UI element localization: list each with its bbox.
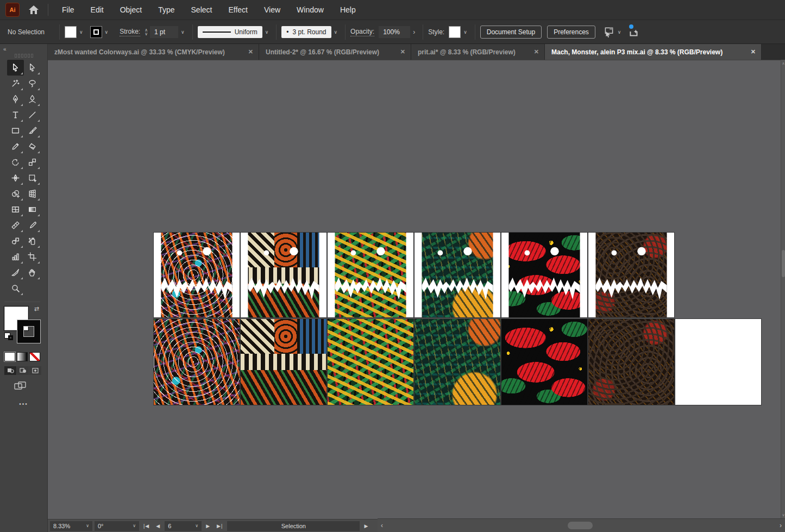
preferences-button[interactable]: Preferences [547, 26, 595, 39]
direct-selection-tool[interactable] [24, 60, 41, 76]
collapse-panel-icon[interactable]: « [3, 46, 7, 52]
brush-select[interactable]: •3 pt. Round [281, 26, 331, 38]
fill-color-swatch[interactable] [65, 26, 77, 38]
color-button[interactable] [4, 352, 15, 361]
document-tab-2[interactable]: Untitled-2* @ 16.67 % (RGB/Preview)✕ [259, 44, 411, 60]
perspective-grid-tool[interactable] [24, 186, 41, 202]
stroke-chevron-down-icon[interactable]: ∨ [102, 26, 111, 38]
shape-builder-tool[interactable] [7, 186, 24, 202]
scroll-right-icon[interactable]: › [780, 519, 782, 532]
artboard-r1-4[interactable] [415, 233, 500, 317]
tab-close-icon[interactable]: ✕ [534, 48, 539, 55]
last-artboard-button[interactable]: ▶| [215, 523, 225, 529]
home-icon[interactable] [28, 5, 39, 15]
artboard-r2-7[interactable] [675, 319, 761, 405]
zoom-tool[interactable] [7, 280, 24, 296]
stroke-weight-chevron-icon[interactable]: ∨ [178, 26, 187, 38]
opacity-field[interactable]: 100% [379, 26, 410, 38]
lasso-tool[interactable] [24, 76, 41, 91]
scroll-left-icon[interactable]: ‹ [381, 519, 383, 532]
menu-effect[interactable]: Effect [220, 0, 256, 20]
measure-tool[interactable] [7, 217, 24, 233]
hand-tool[interactable] [24, 265, 41, 280]
width-profile-select[interactable]: Uniform [198, 26, 262, 38]
menu-file[interactable]: File [54, 0, 83, 20]
column-graph-tool[interactable] [7, 249, 24, 265]
artboard-r1-2[interactable] [241, 233, 326, 317]
edit-toolbar-ellipsis[interactable]: ••• [0, 401, 47, 407]
type-tool[interactable] [7, 107, 24, 123]
gradient-tool[interactable] [24, 202, 41, 217]
menu-object[interactable]: Object [112, 0, 150, 20]
artboard-r2-1[interactable] [154, 319, 240, 405]
artboard-r2-6[interactable] [588, 319, 674, 405]
next-artboard-button[interactable]: ▶ [204, 523, 212, 529]
horizontal-scroll-thumb[interactable] [568, 522, 593, 529]
artboard-r2-5[interactable] [501, 319, 587, 405]
arrange-documents-icon[interactable] [603, 27, 615, 37]
tab-close-icon[interactable]: ✕ [248, 48, 253, 55]
first-artboard-button[interactable]: |◀ [141, 523, 152, 529]
scroll-down-icon[interactable]: ∨ [781, 512, 785, 518]
app-logo-icon[interactable]: Ai [5, 3, 20, 17]
swap-fill-stroke-icon[interactable]: ⇄ [34, 305, 39, 312]
horizontal-scrollbar[interactable]: ‹ › [378, 518, 785, 532]
artboard-r1-5[interactable] [501, 233, 587, 317]
status-display[interactable]: Selection [227, 521, 360, 531]
menu-select[interactable]: Select [183, 0, 221, 20]
line-segment-tool[interactable] [24, 107, 41, 123]
artboard-r2-4[interactable] [415, 319, 500, 405]
style-chevron-icon[interactable]: ∨ [461, 26, 470, 38]
draw-behind-button[interactable] [17, 366, 29, 375]
tab-close-icon[interactable]: ✕ [400, 48, 405, 55]
style-swatch[interactable] [449, 26, 461, 38]
brush-chevron-icon[interactable]: ∨ [331, 26, 341, 38]
document-setup-button[interactable]: Document Setup [480, 26, 542, 39]
vertical-scrollbar[interactable]: ∧ ∨ [781, 60, 785, 519]
canvas-pasteboard[interactable] [48, 60, 781, 519]
none-button[interactable] [29, 352, 40, 361]
menu-help[interactable]: Help [332, 0, 364, 20]
selection-tool[interactable] [7, 60, 24, 76]
vertical-scroll-thumb[interactable] [782, 250, 785, 277]
menu-edit[interactable]: Edit [83, 0, 112, 20]
share-document-icon[interactable] [628, 27, 640, 37]
stroke-weight-stepper[interactable]: ∧∨ [145, 28, 148, 36]
opacity-label[interactable]: Opacity: [350, 28, 374, 36]
eyedropper-tool[interactable] [24, 217, 41, 233]
rotation-select[interactable]: 0°∨ [95, 521, 139, 531]
eraser-tool[interactable] [24, 139, 41, 154]
scroll-up-icon[interactable]: ∧ [781, 61, 785, 66]
fill-chevron-down-icon[interactable]: ∨ [77, 26, 86, 38]
screen-mode-button[interactable] [14, 381, 47, 392]
document-tab-3[interactable]: prit.ai* @ 8.33 % (RGB/Preview)✕ [411, 44, 545, 60]
opacity-chevron-right-icon[interactable]: › [410, 26, 418, 38]
paintbrush-tool[interactable] [24, 123, 41, 139]
artboard-r1-6[interactable] [588, 233, 674, 317]
draw-inside-button[interactable] [29, 366, 41, 375]
mesh-tool[interactable] [7, 202, 24, 217]
stroke-color-indicator[interactable] [17, 320, 40, 343]
pencil-tool[interactable] [7, 139, 24, 154]
artboard-number-select[interactable]: 6∨ [165, 521, 202, 531]
artboard-r2-3[interactable] [328, 319, 413, 405]
artboard-r1-1[interactable] [154, 233, 240, 317]
free-transform-tool[interactable] [24, 170, 41, 186]
stroke-label[interactable]: Stroke: [120, 28, 140, 36]
rectangle-tool[interactable] [7, 123, 24, 139]
width-profile-chevron-icon[interactable]: ∨ [262, 26, 272, 38]
blend-tool[interactable] [7, 233, 24, 249]
stroke-color-swatch[interactable] [90, 26, 102, 38]
zoom-level-select[interactable]: 8.33%∨ [50, 521, 92, 531]
scale-tool[interactable] [24, 154, 41, 170]
slice-tool[interactable] [7, 265, 24, 280]
document-tab-4[interactable]: Mach, Monster, alein P3 mix.ai @ 8.33 % … [545, 44, 762, 60]
default-fill-stroke-icon[interactable] [4, 333, 13, 340]
status-expand-icon[interactable]: ▶ [362, 523, 370, 529]
gradient-button[interactable] [17, 352, 28, 361]
stroke-weight-field[interactable]: 1 pt [150, 26, 178, 38]
artboard-r2-2[interactable] [241, 319, 326, 405]
arrange-chevron-icon[interactable]: ∨ [615, 26, 624, 38]
symbol-sprayer-tool[interactable] [24, 233, 41, 249]
rotate-tool[interactable] [7, 154, 24, 170]
